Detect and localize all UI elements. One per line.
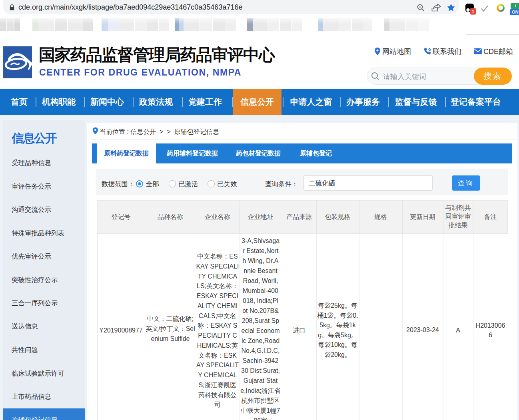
svg-text:1: 1 (472, 9, 475, 14)
